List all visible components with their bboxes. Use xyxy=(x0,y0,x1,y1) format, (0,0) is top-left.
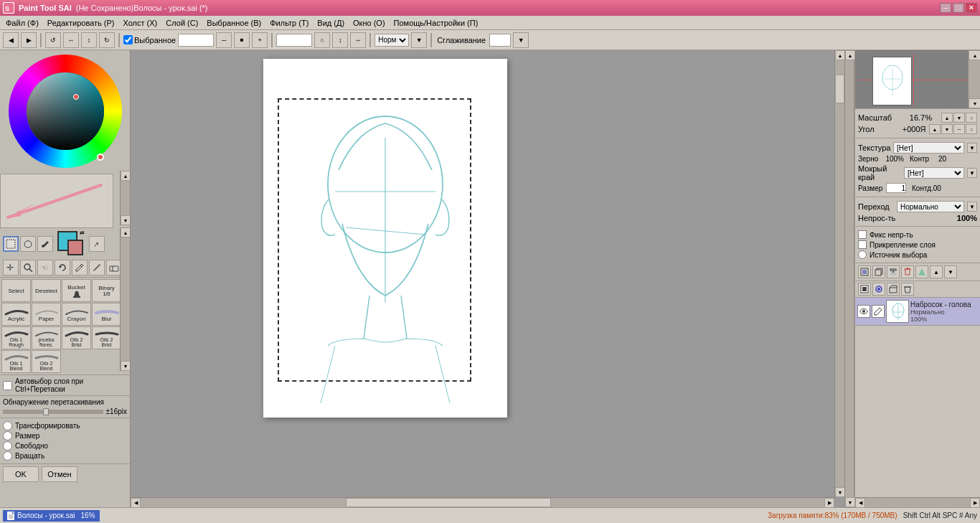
layer-edit-icon[interactable] xyxy=(872,305,885,318)
tool-brush[interactable] xyxy=(89,260,105,275)
vscroll-thumb[interactable] xyxy=(835,75,844,103)
secondary-color-swatch[interactable] xyxy=(67,240,83,255)
blend-arrow[interactable]: ▼ xyxy=(967,202,977,212)
clipping-checkbox[interactable] xyxy=(858,240,867,249)
preset-acrylic[interactable]: Acrylic xyxy=(1,303,31,326)
color-wheel-container[interactable] xyxy=(9,55,122,168)
autoselect-checkbox[interactable] xyxy=(3,381,12,390)
layer-item[interactable]: Набросок - голова Нормально 100% xyxy=(855,298,980,326)
tool-zoom[interactable] xyxy=(20,260,36,275)
nav-scroll-down[interactable]: ▼ xyxy=(969,98,980,108)
layer-group-btn[interactable] xyxy=(887,283,900,296)
layer-merge-btn[interactable] xyxy=(887,265,900,278)
hscroll-right[interactable]: ▶ xyxy=(824,498,834,507)
lscroll-up[interactable]: ▲ xyxy=(121,227,131,237)
texture-select[interactable]: [Нет] xyxy=(893,142,964,154)
preset-oils2brist1[interactable]: Oils 2 Brist xyxy=(62,326,91,349)
tool-lasso[interactable] xyxy=(20,236,36,252)
preset-deselect[interactable]: Deselect xyxy=(32,279,61,302)
hscroll-track[interactable] xyxy=(141,498,824,507)
toolbar-reset-angle[interactable]: ○ xyxy=(314,32,330,48)
toolbar-nav-left[interactable]: ◀ xyxy=(3,32,19,48)
menu-canvas[interactable]: Холст (Х) xyxy=(119,17,162,29)
angle-down-btn[interactable]: ▼ xyxy=(941,124,953,134)
nav-vscroll[interactable]: ▲ ▼ xyxy=(968,50,980,108)
scroll-down-btn[interactable]: ▼ xyxy=(121,215,131,225)
toolbar-zoom-input[interactable]: 16.66% xyxy=(178,34,214,47)
toolbar-blend-arrow[interactable]: ▼ xyxy=(411,32,427,48)
nav-scroll-up[interactable]: ▲ xyxy=(969,50,980,60)
layer-down-btn[interactable]: ▼ xyxy=(944,265,957,278)
cancel-button[interactable]: Отмен xyxy=(42,466,77,482)
preset-binary[interactable]: Binary 1/0 xyxy=(92,279,121,302)
radio-rotate[interactable] xyxy=(3,451,12,461)
canvas-hscroll[interactable]: ◀ ▶ xyxy=(131,497,834,507)
toolbar-rotate-180[interactable]: ↔ xyxy=(63,32,79,48)
status-file-tab[interactable]: Волосы - урок.sai 16% xyxy=(3,510,100,522)
drag-detect-slider[interactable] xyxy=(3,410,103,414)
preset-crayon[interactable]: Crayon xyxy=(62,303,91,326)
menu-edit[interactable]: Редактировать (Р) xyxy=(43,17,119,29)
hscroll-left[interactable]: ◀ xyxy=(131,498,141,507)
radio-free[interactable] xyxy=(3,441,12,451)
right-hscroll-right[interactable]: ▶ xyxy=(970,498,980,507)
texture-btn[interactable]: ▼ xyxy=(967,143,977,153)
menu-file[interactable]: Файл (Ф) xyxy=(1,17,43,29)
layer-visibility-eye[interactable] xyxy=(857,305,870,318)
menu-help[interactable]: Помощь/Настройки (П) xyxy=(390,17,483,29)
minimize-button[interactable]: ─ xyxy=(940,3,951,13)
toolbar-zoom-100[interactable]: ■ xyxy=(234,32,250,48)
tool-something[interactable]: ↗ xyxy=(89,236,105,252)
menu-selected[interactable]: Выбранное (В) xyxy=(202,17,265,29)
hscroll-thumb[interactable] xyxy=(346,498,551,507)
angle-up-btn[interactable]: ▲ xyxy=(929,124,941,134)
scale-reset-btn[interactable]: ○ xyxy=(966,113,977,123)
menu-layer[interactable]: Слой (С) xyxy=(161,17,202,29)
toolbar-rotate-ccw[interactable]: ↺ xyxy=(45,32,61,48)
menu-filter[interactable]: Фильтр (Т) xyxy=(265,17,313,29)
size-input[interactable] xyxy=(886,183,906,193)
swap-colors-btn[interactable]: ⇄ xyxy=(80,230,85,236)
preset-paper[interactable]: Paper xyxy=(32,303,61,326)
color-wheel[interactable] xyxy=(9,55,122,168)
left-panel-bottom-scroll[interactable]: ▲ ▼ xyxy=(120,227,130,371)
preset-oils1rough[interactable]: Oils 1 Rough xyxy=(1,326,31,349)
toolbar-blend-select[interactable]: Норм xyxy=(374,34,409,47)
smoothing-input[interactable]: 15 xyxy=(489,34,511,47)
preset-oils2blend[interactable]: Oils 2 Blend xyxy=(32,350,61,373)
color-picker-square[interactable] xyxy=(27,72,104,150)
layer-trash-btn[interactable] xyxy=(901,283,914,296)
toolbar-flip-canvas2[interactable]: ↔ xyxy=(350,32,366,48)
vscroll-track[interactable] xyxy=(835,60,844,487)
preset-oils1blend[interactable]: Oils 1 Blend xyxy=(1,350,31,373)
menu-window[interactable]: Окно (О) xyxy=(349,17,390,29)
wet-edge-select[interactable]: [Нет] xyxy=(904,167,964,179)
scale-down-btn[interactable]: ▼ xyxy=(953,113,965,123)
lscroll-down[interactable]: ▼ xyxy=(121,361,131,371)
layer-new-btn[interactable] xyxy=(858,265,871,278)
toolbar-nav-right[interactable]: ▶ xyxy=(21,32,37,48)
vscroll-down[interactable]: ▼ xyxy=(835,487,844,497)
fix-opacity-checkbox[interactable] xyxy=(858,230,867,239)
blend-select[interactable]: Нормально xyxy=(897,201,964,212)
toolbar-selected-label[interactable]: Выбранное xyxy=(123,35,176,44)
preset-bucket[interactable]: Bucket xyxy=(62,279,91,302)
preset-oils2brist2[interactable]: Oils 2 Brist xyxy=(92,326,121,349)
tool-select[interactable] xyxy=(3,236,19,252)
wet-edge-btn[interactable]: ▼ xyxy=(967,168,977,178)
toolbar-flip-canvas[interactable]: ↕ xyxy=(332,32,348,48)
canvas-vscroll[interactable]: ▲ ▼ xyxy=(834,50,844,497)
preset-prueba[interactable]: prueba flores. xyxy=(32,326,61,349)
toolbar-angle-input[interactable]: +000° xyxy=(276,34,312,47)
layer-fill-btn[interactable] xyxy=(915,265,928,278)
radio-size[interactable] xyxy=(3,431,12,440)
tool-eyedrop[interactable] xyxy=(37,236,53,252)
rscroll-up[interactable]: ▲ xyxy=(845,50,855,60)
scroll-up-btn[interactable]: ▲ xyxy=(121,171,131,181)
layer-copy-btn[interactable] xyxy=(872,265,885,278)
toolbar-rotate-cw[interactable]: ↻ xyxy=(99,32,115,48)
left-vscroll-upper[interactable]: ▲ ▼ xyxy=(120,171,130,225)
tool-pen[interactable] xyxy=(72,260,88,275)
tool-hand[interactable]: ☜ xyxy=(37,260,53,275)
right-bottom-scroll[interactable]: ◀ ▶ xyxy=(855,497,980,507)
